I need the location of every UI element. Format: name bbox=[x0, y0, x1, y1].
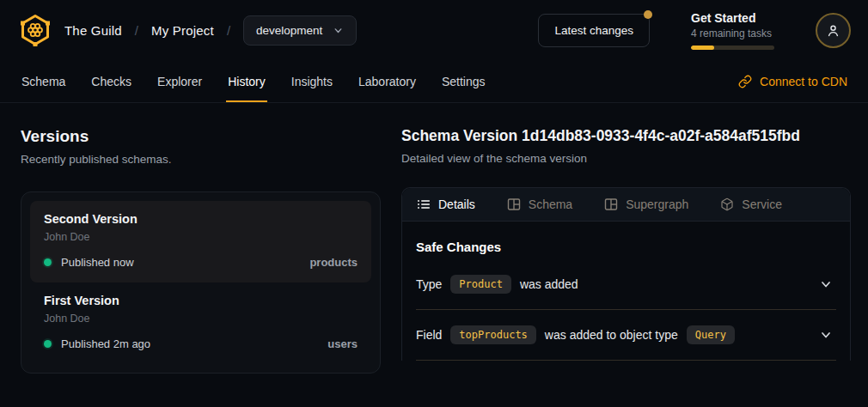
latest-changes-button[interactable]: Latest changes bbox=[538, 14, 650, 47]
version-list-item[interactable]: Second Version John Doe Published now pr… bbox=[30, 201, 371, 282]
detail-tab-label: Details bbox=[438, 197, 475, 211]
safe-changes-title: Safe Changes bbox=[416, 240, 836, 254]
version-author: John Doe bbox=[44, 231, 358, 243]
brand-name[interactable]: The Guild bbox=[64, 23, 122, 38]
version-detail-panel: Schema Version 1d14db83-0933-4f4c-a02f-a… bbox=[401, 127, 868, 374]
detail-tab-label: Supergraph bbox=[626, 197, 688, 211]
published-dot-icon bbox=[44, 258, 52, 266]
main-nav: Schema Checks Explorer History Insights … bbox=[0, 60, 868, 103]
person-icon bbox=[825, 22, 841, 39]
tab-settings[interactable]: Settings bbox=[429, 60, 498, 102]
target-selector-value: development bbox=[256, 24, 322, 37]
detail-tab-label: Schema bbox=[529, 197, 572, 211]
version-detail-box: Details Schema Supergraph bbox=[401, 187, 851, 361]
change-code-badge: Product bbox=[450, 275, 511, 294]
panels-icon bbox=[604, 197, 618, 211]
version-list-item[interactable]: First Version John Doe Published 2m ago … bbox=[30, 282, 371, 364]
change-text: Field bbox=[416, 328, 442, 342]
user-avatar[interactable] bbox=[816, 13, 851, 48]
tab-schema[interactable]: Schema bbox=[9, 60, 78, 102]
chevron-down-icon[interactable] bbox=[819, 277, 833, 291]
tab-history[interactable]: History bbox=[215, 60, 278, 102]
list-icon bbox=[417, 197, 431, 211]
change-text: was added to object type bbox=[545, 328, 678, 342]
detail-tab-label: Service bbox=[742, 197, 782, 211]
get-started-title: Get Started bbox=[691, 11, 774, 25]
version-service-badge: products bbox=[309, 256, 358, 269]
change-text: Type bbox=[416, 277, 442, 291]
change-code-badge: Query bbox=[687, 325, 735, 344]
version-name: Second Version bbox=[44, 212, 358, 226]
detail-tab-supergraph[interactable]: Supergraph bbox=[604, 197, 688, 211]
progress-fill bbox=[691, 46, 714, 50]
change-code-badge: topProducts bbox=[450, 325, 535, 344]
detail-tab-service[interactable]: Service bbox=[720, 197, 782, 211]
breadcrumb: The Guild / My Project / development bbox=[19, 14, 357, 46]
connect-cdn-label: Connect to CDN bbox=[760, 75, 847, 88]
target-selector[interactable]: development bbox=[243, 15, 357, 46]
versions-title: Versions bbox=[21, 127, 381, 146]
change-row[interactable]: Field topProducts was added to object ty… bbox=[416, 310, 836, 361]
versions-subtitle: Recently published schemas. bbox=[21, 153, 381, 166]
tab-laboratory[interactable]: Laboratory bbox=[345, 60, 429, 102]
detail-tabbar: Details Schema Supergraph bbox=[402, 188, 850, 222]
version-status: Published 2m ago bbox=[61, 337, 150, 350]
chevron-down-icon[interactable] bbox=[819, 328, 833, 342]
detail-tab-details[interactable]: Details bbox=[417, 197, 475, 211]
latest-changes-label: Latest changes bbox=[554, 24, 633, 37]
schema-version-title: Schema Version 1d14db83-0933-4f4c-a02f-a… bbox=[401, 127, 851, 145]
version-status-row: Published 2m ago users bbox=[44, 337, 358, 350]
detail-tab-schema[interactable]: Schema bbox=[507, 197, 572, 211]
breadcrumb-project[interactable]: My Project bbox=[151, 23, 214, 38]
tab-explorer[interactable]: Explorer bbox=[144, 60, 215, 102]
get-started-subtitle: 4 remaining tasks bbox=[691, 27, 774, 39]
main-content: Versions Recently published schemas. Sec… bbox=[0, 103, 868, 374]
change-row[interactable]: Type Product was added bbox=[416, 259, 836, 310]
guild-logo-icon[interactable] bbox=[19, 14, 52, 46]
cube-icon bbox=[720, 197, 734, 211]
app-root: The Guild / My Project / development Lat… bbox=[0, 0, 868, 407]
tab-insights[interactable]: Insights bbox=[278, 60, 345, 102]
version-status: Published now bbox=[61, 256, 134, 269]
versions-panel: Versions Recently published schemas. Sec… bbox=[0, 127, 401, 374]
versions-list: Second Version John Doe Published now pr… bbox=[21, 191, 381, 374]
get-started-progress-track bbox=[691, 46, 774, 50]
version-author: John Doe bbox=[44, 313, 358, 325]
breadcrumb-separator: / bbox=[135, 23, 138, 38]
version-service-badge: users bbox=[327, 337, 358, 350]
detail-content: Safe Changes Type Product was added Fiel… bbox=[402, 222, 850, 361]
schema-version-subtitle: Detailed view of the schema version bbox=[401, 152, 851, 165]
get-started-widget[interactable]: Get Started 4 remaining tasks bbox=[691, 11, 774, 50]
chevron-down-icon bbox=[333, 25, 344, 36]
header-right: Latest changes Get Started 4 remaining t… bbox=[538, 11, 851, 50]
header: The Guild / My Project / development Lat… bbox=[0, 0, 868, 60]
connect-cdn-link[interactable]: Connect to CDN bbox=[738, 60, 847, 102]
version-status-row: Published now products bbox=[44, 256, 358, 269]
breadcrumb-separator: / bbox=[227, 23, 230, 38]
change-text: was added bbox=[520, 277, 578, 291]
published-dot-icon bbox=[44, 340, 52, 348]
version-name: First Version bbox=[44, 294, 358, 307]
notification-dot bbox=[644, 10, 652, 19]
tab-checks[interactable]: Checks bbox=[78, 60, 144, 102]
panels-icon bbox=[507, 197, 521, 211]
link-icon bbox=[738, 75, 752, 88]
